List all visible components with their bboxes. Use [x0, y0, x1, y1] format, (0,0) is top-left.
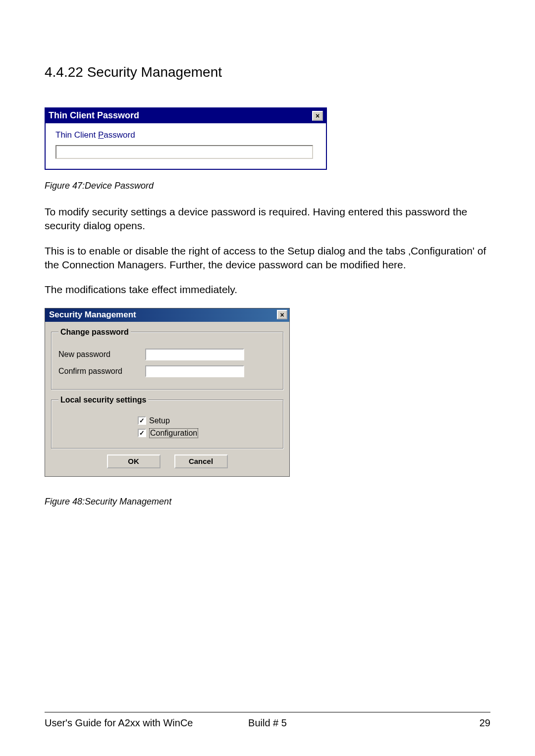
- security-management-dialog: Security Management × Change password Ne…: [45, 308, 290, 477]
- section-heading: 4.4.22 Security Management: [45, 64, 490, 80]
- change-password-group: Change password New password Confirm pas…: [51, 328, 283, 390]
- close-button[interactable]: ×: [277, 310, 287, 319]
- confirm-password-input[interactable]: [145, 365, 244, 377]
- setup-checkbox-label: Setup: [149, 416, 170, 425]
- body-paragraph-1: To modify security settings a device pas…: [45, 205, 490, 233]
- page-footer: User's Guide for A2xx with WinCe Build #…: [45, 712, 490, 729]
- dialog-body: Thin Client Password: [46, 123, 326, 169]
- new-password-input[interactable]: [145, 349, 244, 360]
- change-password-legend: Change password: [58, 328, 131, 337]
- dialog-title: Thin Client Password: [49, 110, 139, 121]
- dialog-title: Security Management: [49, 310, 136, 320]
- confirm-password-label: Confirm password: [58, 367, 145, 376]
- body-paragraph-3: The modifications take effect immediatel…: [45, 283, 490, 297]
- figure-48-caption: Figure 48:Security Management: [45, 497, 490, 507]
- label-accelerator: P: [98, 130, 104, 140]
- body-paragraph-2: This is to enable or disable the right o…: [45, 244, 490, 272]
- password-input[interactable]: [55, 145, 313, 159]
- configuration-checkbox-row: ✓ Configuration: [58, 428, 276, 438]
- label-prefix: Thin Client: [55, 130, 98, 140]
- dialog-titlebar: Thin Client Password ×: [46, 108, 326, 123]
- dialog-body: Change password New password Confirm pas…: [45, 322, 289, 476]
- dialog-titlebar: Security Management ×: [45, 308, 289, 322]
- footer-line: User's Guide for A2xx with WinCe Build #…: [45, 717, 490, 729]
- dialog-button-row: OK Cancel: [51, 454, 283, 468]
- label-suffix: assword: [104, 130, 135, 140]
- setup-checkbox-row: ✓ Setup: [58, 416, 276, 425]
- new-password-label: New password: [58, 350, 145, 359]
- confirm-password-row: Confirm password: [58, 365, 276, 377]
- configuration-checkbox[interactable]: ✓: [138, 429, 146, 437]
- setup-checkbox[interactable]: ✓: [138, 416, 146, 425]
- footer-divider: [45, 712, 490, 712]
- local-security-settings-legend: Local security settings: [58, 396, 148, 404]
- password-label: Thin Client Password: [55, 130, 316, 140]
- configuration-checkbox-label: Configuration: [149, 428, 198, 438]
- new-password-row: New password: [58, 349, 276, 360]
- ok-button[interactable]: OK: [107, 454, 160, 468]
- figure-47-caption: Figure 47:Device Password: [45, 181, 490, 191]
- footer-center: Build # 5: [248, 717, 287, 729]
- cancel-button[interactable]: Cancel: [174, 454, 228, 468]
- footer-right: 29: [480, 717, 490, 729]
- footer-left: User's Guide for A2xx with WinCe: [45, 717, 193, 729]
- local-security-settings-group: Local security settings ✓ Setup ✓ Config…: [51, 396, 283, 449]
- close-button[interactable]: ×: [312, 111, 323, 121]
- thin-client-password-dialog: Thin Client Password × Thin Client Passw…: [45, 107, 327, 170]
